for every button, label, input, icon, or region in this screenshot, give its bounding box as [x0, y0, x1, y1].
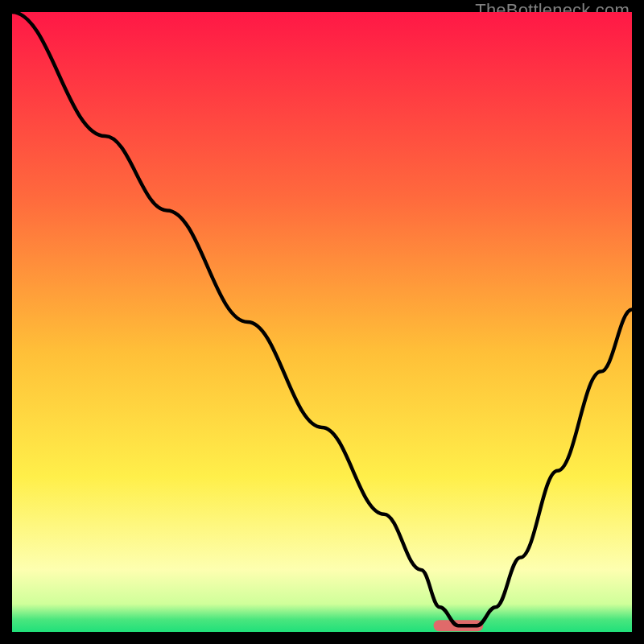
bottleneck-chart [12, 12, 632, 632]
chart-background [12, 12, 632, 632]
chart-stage: TheBottleneck.com [0, 0, 644, 644]
